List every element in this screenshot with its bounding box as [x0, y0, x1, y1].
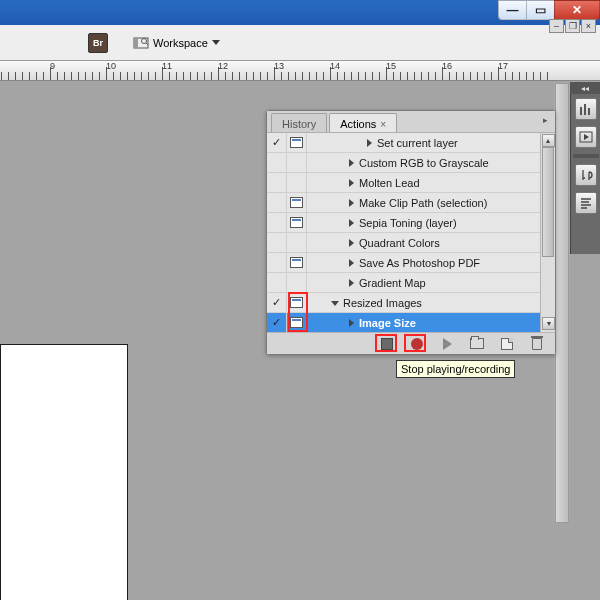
delete-button[interactable]	[529, 337, 545, 351]
toggle-checkbox[interactable]: ✓	[267, 133, 287, 152]
dock-collapse-button[interactable]	[570, 82, 600, 94]
action-row[interactable]: ✓Image Size	[267, 313, 540, 332]
panel-tab-bar: History Actions×	[267, 111, 555, 133]
dialog-toggle[interactable]	[287, 213, 307, 232]
scroll-thumb[interactable]	[542, 147, 554, 257]
dock-paragraph-icon[interactable]	[575, 192, 597, 214]
actions-panel[interactable]: History Actions× ✓Set current layerCusto…	[266, 110, 556, 355]
action-label: Sepia Toning (layer)	[359, 217, 457, 229]
dialog-toggle[interactable]	[287, 173, 307, 192]
action-row[interactable]: Quadrant Colors	[267, 233, 540, 253]
dialog-toggle[interactable]	[287, 313, 307, 332]
svg-point-9	[583, 177, 585, 179]
action-row[interactable]: Sepia Toning (layer)	[267, 213, 540, 233]
ruler-label: 9	[50, 61, 55, 71]
tab-actions-label: Actions	[340, 118, 376, 130]
scroll-down-button[interactable]: ▾	[542, 317, 555, 330]
action-row[interactable]: Custom RGB to Grayscale	[267, 153, 540, 173]
action-row[interactable]: Make Clip Path (selection)	[267, 193, 540, 213]
svg-rect-1	[134, 38, 138, 48]
dialog-toggle[interactable]	[287, 293, 307, 312]
tab-history[interactable]: History	[271, 113, 327, 132]
workspace-label: Workspace	[153, 37, 208, 49]
dialog-toggle[interactable]	[287, 273, 307, 292]
action-label: Gradient Map	[359, 277, 426, 289]
tab-actions[interactable]: Actions×	[329, 113, 397, 132]
workspace-dropdown[interactable]: Workspace	[124, 31, 229, 55]
ruler-label: 11	[162, 61, 172, 71]
chevron-right-icon[interactable]	[349, 259, 354, 267]
dock-character-icon[interactable]	[575, 164, 597, 186]
dialog-toggle[interactable]	[287, 133, 307, 152]
action-row[interactable]: Save As Photoshop PDF	[267, 253, 540, 273]
chevron-right-icon[interactable]	[349, 319, 354, 327]
chevron-right-icon[interactable]	[349, 219, 354, 227]
window-minimize-button[interactable]: —	[498, 0, 526, 20]
dialog-toggle[interactable]	[287, 233, 307, 252]
dialog-icon	[290, 197, 303, 208]
workspace-icon	[133, 35, 149, 51]
toggle-checkbox[interactable]: ✓	[267, 293, 287, 312]
action-row[interactable]: ✓Set current layer	[267, 133, 540, 153]
play-button[interactable]	[439, 337, 455, 351]
dock-brushes-icon[interactable]	[575, 98, 597, 120]
toggle-checkbox[interactable]	[267, 193, 287, 212]
new-set-button[interactable]	[469, 337, 485, 351]
toggle-checkbox[interactable]	[267, 273, 287, 292]
action-label: Save As Photoshop PDF	[359, 257, 480, 269]
chevron-right-icon[interactable]	[367, 139, 372, 147]
stop-button[interactable]	[379, 337, 395, 351]
window-maximize-button[interactable]: ▭	[526, 0, 554, 20]
app-minimize-button[interactable]: –	[549, 19, 564, 33]
dock-play-icon[interactable]	[575, 126, 597, 148]
chevron-right-icon[interactable]	[349, 279, 354, 287]
document-scrollbar[interactable]	[554, 82, 570, 522]
svg-rect-5	[584, 104, 586, 115]
toggle-checkbox[interactable]	[267, 253, 287, 272]
chevron-right-icon[interactable]	[349, 179, 354, 187]
ruler-label: 17	[498, 61, 508, 71]
panel-scrollbar[interactable]: ▴ ▾	[540, 133, 555, 332]
chevron-right-icon[interactable]	[349, 239, 354, 247]
close-icon[interactable]: ×	[380, 119, 386, 130]
app-close-button[interactable]: ×	[581, 19, 596, 33]
dialog-toggle[interactable]	[287, 193, 307, 212]
chevron-right-icon[interactable]	[349, 159, 354, 167]
dialog-icon	[290, 137, 303, 148]
action-label: Quadrant Colors	[359, 237, 440, 249]
dialog-toggle[interactable]	[287, 253, 307, 272]
chevron-down-icon[interactable]	[331, 301, 339, 306]
action-label: Make Clip Path (selection)	[359, 197, 487, 209]
new-action-button[interactable]	[499, 337, 515, 351]
tooltip: Stop playing/recording	[396, 360, 515, 378]
action-row[interactable]: ✓Resized Images	[267, 293, 540, 313]
document-canvas[interactable]	[0, 344, 128, 600]
action-label: Custom RGB to Grayscale	[359, 157, 489, 169]
record-button[interactable]	[409, 337, 425, 351]
panel-footer	[267, 332, 555, 354]
scroll-up-button[interactable]: ▴	[542, 134, 555, 147]
action-label: Molten Lead	[359, 177, 420, 189]
dialog-icon	[290, 217, 303, 228]
action-row[interactable]: Gradient Map	[267, 273, 540, 293]
panel-menu-button[interactable]	[538, 115, 552, 125]
chevron-down-icon	[212, 40, 220, 45]
chevron-right-icon[interactable]	[349, 199, 354, 207]
toggle-checkbox[interactable]	[267, 173, 287, 192]
toggle-checkbox[interactable]	[267, 213, 287, 232]
dialog-toggle[interactable]	[287, 153, 307, 172]
action-label: Image Size	[359, 317, 416, 329]
actions-list: ✓Set current layerCustom RGB to Grayscal…	[267, 133, 540, 332]
action-row[interactable]: Molten Lead	[267, 173, 540, 193]
horizontal-ruler: 891011121314151617	[0, 61, 600, 81]
dialog-icon	[290, 297, 303, 308]
ruler-label: 14	[330, 61, 340, 71]
window-close-button[interactable]: ✕	[554, 0, 600, 20]
app-restore-button[interactable]: ❐	[565, 19, 580, 33]
collapsed-panel-dock	[570, 94, 600, 254]
toggle-checkbox[interactable]	[267, 153, 287, 172]
bridge-button[interactable]: Br	[88, 33, 108, 53]
toggle-checkbox[interactable]: ✓	[267, 313, 287, 332]
toggle-checkbox[interactable]	[267, 233, 287, 252]
options-toolbar: – ❐ × Br Workspace	[0, 25, 600, 61]
